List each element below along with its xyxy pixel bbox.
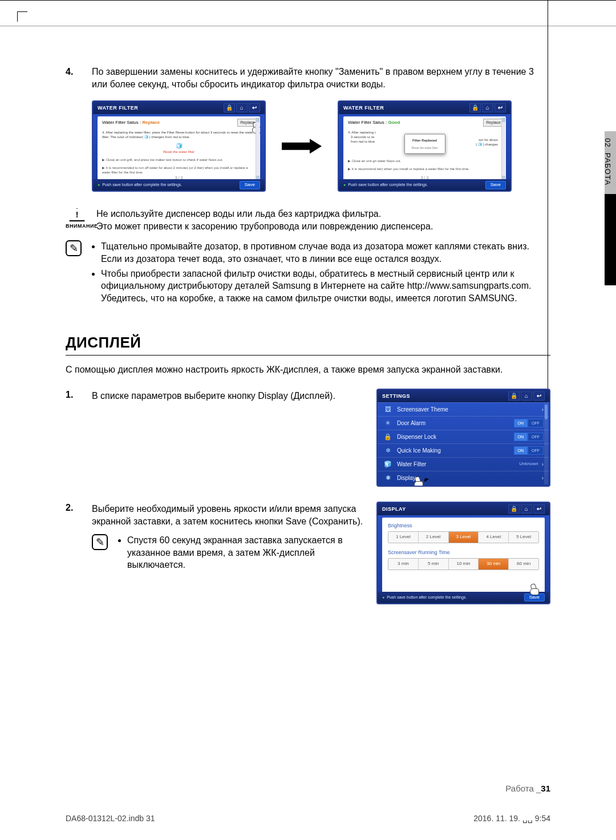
lock-icon[interactable]: 🔒 [224, 103, 235, 112]
screen-title: SETTINGS [382, 393, 410, 399]
segment-option[interactable]: 5 Level [508, 532, 538, 543]
scrollbar[interactable] [544, 403, 548, 484]
row-label: Door Alarm [397, 419, 514, 427]
save-button[interactable]: Save [524, 593, 545, 602]
segment-option[interactable]: 1 Level [388, 532, 418, 543]
settings-row[interactable]: ☀ Door Alarm ONOFF [378, 416, 549, 430]
back-icon[interactable]: ↩ [533, 391, 545, 401]
tip-1: ▶ Close an unit gri water flows out. [348, 159, 501, 163]
step-2: 2. Выберите необходимый уровень яркости … [66, 502, 550, 604]
info-dot-icon: ● [98, 182, 100, 187]
warning-block: ВНИМАНИЕ Не используйте диспенсер воды и… [66, 208, 550, 232]
page-content: 4. По завершении замены коснитесь и удер… [66, 66, 550, 794]
instruction-text: 4. After replacing the water filter, pre… [102, 131, 256, 140]
filter-icon: 🧊 [102, 142, 256, 150]
note-bullet-2: Чтобы приобрести запасной фильтр очистки… [101, 268, 550, 305]
segment-option[interactable]: 10 min [448, 559, 479, 570]
screensaver-segments[interactable]: 3 min5 min10 min30 min60 min [388, 558, 539, 570]
screensaver-label: Screensaver Running Time [388, 549, 539, 556]
home-icon[interactable]: ⌂ [521, 391, 532, 401]
tip-2: ▶ It is recommended to run off water for… [102, 165, 256, 175]
side-chapter-title: РАБОТА [603, 153, 612, 185]
scrollbar[interactable] [501, 118, 505, 180]
status-value: Good [388, 120, 400, 125]
note-bullet: Спустя 60 секунд экранная заставка запус… [127, 534, 364, 571]
row-label: Quick Ice Making [397, 447, 514, 455]
lock-icon[interactable]: 🔒 [508, 504, 520, 514]
row-label: Dispenser Lock [397, 433, 514, 441]
status-label: Water Filter Satus : [348, 120, 387, 125]
home-icon[interactable]: ⌂ [236, 103, 248, 112]
segment-option[interactable]: 3 min [388, 559, 418, 570]
home-icon[interactable]: ⌂ [521, 504, 532, 514]
row-icon: ❄ [383, 446, 392, 455]
settings-row[interactable]: ❄ Quick Ice Making ONOFF [378, 443, 549, 457]
footer-tip: Push save button after complete the sett… [102, 182, 182, 187]
side-chapter-num: 02 [603, 138, 612, 147]
footer-left: DA68-01312L-02.indb 31 [66, 813, 155, 824]
back-icon[interactable]: ↩ [249, 103, 260, 112]
settings-screenshot: SETTINGS 🔒 ⌂ ↩ 🖼 Screensaver Theme ›☀ Do… [376, 389, 550, 487]
settings-row[interactable]: ✺ Display › [378, 471, 549, 484]
footer-right: 2016. 11. 19. ␣␣ 9:54 [473, 813, 550, 824]
settings-row[interactable]: 🧊 Water Filter Unknown› [378, 457, 549, 471]
footer-tip: Push save button after complete the sett… [387, 595, 467, 600]
screenshot-before: WATER FILTER 🔒 ⌂ ↩ Replace Water Filter … [92, 100, 266, 192]
brightness-segments[interactable]: 1 Level2 Level3 Level4 Level5 Level [388, 531, 539, 543]
display-screenshot: DISPLAY 🔒 ⌂ ↩ Brightness 1 Level2 Level3… [376, 502, 550, 604]
section-heading: ДИСПЛЕЙ [66, 333, 550, 353]
reset-label: Reset the water filter [102, 150, 256, 154]
segment-option[interactable]: 4 Level [478, 532, 508, 543]
settings-row[interactable]: 🖼 Screensaver Theme › [378, 402, 549, 416]
row-label: Display [397, 474, 538, 482]
note-bullet-1: Тщательно промывайте дозатор, в противно… [101, 240, 550, 265]
popup-subtitle: Reset the water filter [407, 146, 443, 150]
back-icon[interactable]: ↩ [533, 504, 545, 514]
save-button[interactable]: Save [240, 181, 260, 189]
back-icon[interactable]: ↩ [495, 103, 506, 112]
tip-1: ▶ Close an unit grill, and press ice-mak… [102, 158, 256, 162]
segment-option[interactable]: 60 min [508, 559, 538, 570]
warning-triangle-icon [69, 208, 85, 221]
note-block-1: ✎ Тщательно промывайте дозатор, в против… [66, 240, 550, 306]
page-footer-label: Работа _31 [505, 783, 550, 794]
segment-option[interactable]: 5 min [418, 559, 448, 570]
segment-option[interactable]: 30 min [478, 559, 508, 570]
footer-tip: Push save button after complete the sett… [348, 182, 428, 187]
row-label: Water Filter [397, 461, 519, 469]
step-number: 2. [66, 502, 79, 527]
lock-icon[interactable]: 🔒 [508, 391, 520, 401]
status-label: Water Filter Satus : [102, 120, 141, 125]
screen-title: WATER FILTER [343, 104, 384, 111]
step-text: Выберите необходимый уровень яркости и/и… [92, 502, 364, 527]
segment-option[interactable]: 2 Level [418, 532, 448, 543]
replace-button[interactable]: Replace [237, 119, 258, 126]
row-icon: 🧊 [383, 460, 392, 469]
status-value: Replace [142, 120, 160, 125]
side-tab: 02 РАБОТА [605, 131, 616, 285]
scrollbar[interactable] [256, 118, 260, 180]
tip-2: ▶ It is recommend iter) when you install… [348, 167, 501, 171]
note-block-2: ✎ Спустя 60 секунд экранная заставка зап… [92, 534, 364, 574]
row-icon: 🔒 [383, 433, 392, 441]
note-icon: ✎ [92, 534, 108, 550]
section-intro: С помощью дисплея можно настроить яркост… [66, 364, 550, 376]
home-icon[interactable]: ⌂ [482, 103, 493, 112]
warning-line-2: Это может привести к засорению трубопров… [96, 220, 433, 233]
popup-title: Filter Replaced [407, 138, 443, 143]
step-number: 1. [66, 389, 79, 402]
save-button[interactable]: Save [485, 181, 506, 189]
row-label: Screensaver Theme [397, 406, 538, 414]
info-dot-icon: ● [343, 182, 346, 187]
warning-label: ВНИМАНИЕ [66, 223, 88, 229]
warning-line-1: Не используйте диспенсер воды или льда б… [96, 208, 433, 220]
screen-title: DISPLAY [382, 506, 406, 512]
step-text: По завершении замены коснитесь и удержив… [92, 66, 550, 90]
settings-row[interactable]: 🔒 Dispenser Lock ONOFF [378, 430, 549, 443]
step-1: 1. В списке параметров выберите кнопку D… [66, 389, 550, 487]
crop-footer: DA68-01312L-02.indb 31 2016. 11. 19. ␣␣ … [66, 813, 550, 824]
lock-icon[interactable]: 🔒 [469, 103, 481, 112]
replace-button[interactable]: Replace [483, 119, 504, 126]
segment-option[interactable]: 3 Level [448, 532, 479, 543]
screen-title: WATER FILTER [98, 104, 138, 111]
